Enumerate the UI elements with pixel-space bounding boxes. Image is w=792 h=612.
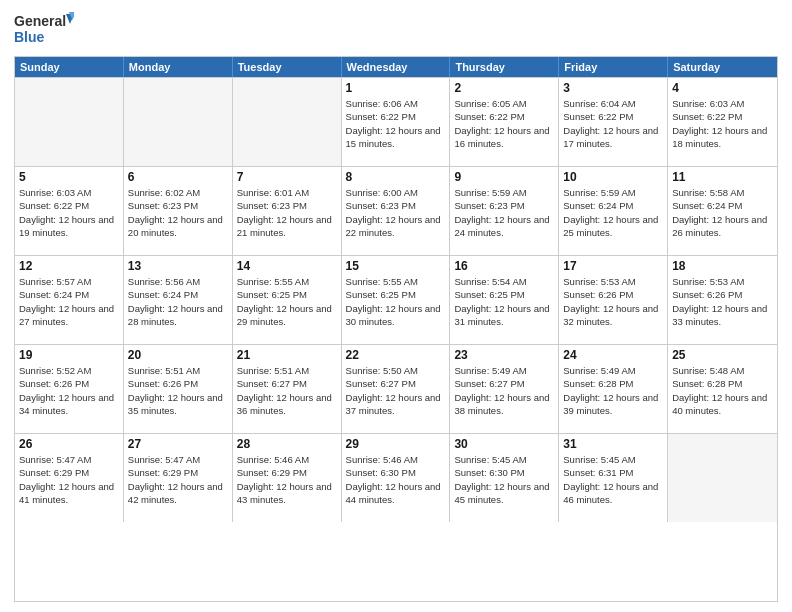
calendar-cell-28: 28Sunrise: 5:46 AM Sunset: 6:29 PM Dayli… — [233, 434, 342, 522]
day-number-3: 3 — [563, 81, 663, 95]
day-info-30: Sunrise: 5:45 AM Sunset: 6:30 PM Dayligh… — [454, 453, 554, 506]
calendar-cell-8: 8Sunrise: 6:00 AM Sunset: 6:23 PM Daylig… — [342, 167, 451, 255]
calendar-week-2: 5Sunrise: 6:03 AM Sunset: 6:22 PM Daylig… — [15, 166, 777, 255]
day-info-5: Sunrise: 6:03 AM Sunset: 6:22 PM Dayligh… — [19, 186, 119, 239]
header-monday: Monday — [124, 57, 233, 77]
header-thursday: Thursday — [450, 57, 559, 77]
day-info-15: Sunrise: 5:55 AM Sunset: 6:25 PM Dayligh… — [346, 275, 446, 328]
day-info-26: Sunrise: 5:47 AM Sunset: 6:29 PM Dayligh… — [19, 453, 119, 506]
day-number-21: 21 — [237, 348, 337, 362]
calendar-cell-30: 30Sunrise: 5:45 AM Sunset: 6:30 PM Dayli… — [450, 434, 559, 522]
day-number-4: 4 — [672, 81, 773, 95]
day-info-8: Sunrise: 6:00 AM Sunset: 6:23 PM Dayligh… — [346, 186, 446, 239]
day-info-1: Sunrise: 6:06 AM Sunset: 6:22 PM Dayligh… — [346, 97, 446, 150]
day-number-18: 18 — [672, 259, 773, 273]
calendar-cell-13: 13Sunrise: 5:56 AM Sunset: 6:24 PM Dayli… — [124, 256, 233, 344]
day-info-12: Sunrise: 5:57 AM Sunset: 6:24 PM Dayligh… — [19, 275, 119, 328]
page: General Blue Sunday Monday Tuesday Wedne… — [0, 0, 792, 612]
calendar-cell-15: 15Sunrise: 5:55 AM Sunset: 6:25 PM Dayli… — [342, 256, 451, 344]
header-wednesday: Wednesday — [342, 57, 451, 77]
calendar-cell-6: 6Sunrise: 6:02 AM Sunset: 6:23 PM Daylig… — [124, 167, 233, 255]
day-info-17: Sunrise: 5:53 AM Sunset: 6:26 PM Dayligh… — [563, 275, 663, 328]
calendar-cell-2: 2Sunrise: 6:05 AM Sunset: 6:22 PM Daylig… — [450, 78, 559, 166]
logo-svg: General Blue — [14, 10, 74, 48]
header: General Blue — [14, 10, 778, 48]
header-saturday: Saturday — [668, 57, 777, 77]
day-number-13: 13 — [128, 259, 228, 273]
day-info-6: Sunrise: 6:02 AM Sunset: 6:23 PM Dayligh… — [128, 186, 228, 239]
calendar-week-4: 19Sunrise: 5:52 AM Sunset: 6:26 PM Dayli… — [15, 344, 777, 433]
day-number-15: 15 — [346, 259, 446, 273]
day-number-9: 9 — [454, 170, 554, 184]
day-number-19: 19 — [19, 348, 119, 362]
day-number-16: 16 — [454, 259, 554, 273]
day-info-7: Sunrise: 6:01 AM Sunset: 6:23 PM Dayligh… — [237, 186, 337, 239]
day-number-2: 2 — [454, 81, 554, 95]
day-number-26: 26 — [19, 437, 119, 451]
calendar-cell-10: 10Sunrise: 5:59 AM Sunset: 6:24 PM Dayli… — [559, 167, 668, 255]
calendar-cell-27: 27Sunrise: 5:47 AM Sunset: 6:29 PM Dayli… — [124, 434, 233, 522]
calendar-cell-5: 5Sunrise: 6:03 AM Sunset: 6:22 PM Daylig… — [15, 167, 124, 255]
day-number-8: 8 — [346, 170, 446, 184]
day-info-31: Sunrise: 5:45 AM Sunset: 6:31 PM Dayligh… — [563, 453, 663, 506]
day-info-18: Sunrise: 5:53 AM Sunset: 6:26 PM Dayligh… — [672, 275, 773, 328]
calendar-cell-20: 20Sunrise: 5:51 AM Sunset: 6:26 PM Dayli… — [124, 345, 233, 433]
calendar-cell-empty-0-1 — [124, 78, 233, 166]
day-info-24: Sunrise: 5:49 AM Sunset: 6:28 PM Dayligh… — [563, 364, 663, 417]
day-number-27: 27 — [128, 437, 228, 451]
svg-text:General: General — [14, 13, 66, 29]
day-number-11: 11 — [672, 170, 773, 184]
day-number-28: 28 — [237, 437, 337, 451]
calendar-cell-empty-0-2 — [233, 78, 342, 166]
calendar-cell-1: 1Sunrise: 6:06 AM Sunset: 6:22 PM Daylig… — [342, 78, 451, 166]
day-info-14: Sunrise: 5:55 AM Sunset: 6:25 PM Dayligh… — [237, 275, 337, 328]
calendar-week-3: 12Sunrise: 5:57 AM Sunset: 6:24 PM Dayli… — [15, 255, 777, 344]
day-number-30: 30 — [454, 437, 554, 451]
calendar-cell-21: 21Sunrise: 5:51 AM Sunset: 6:27 PM Dayli… — [233, 345, 342, 433]
calendar-cell-16: 16Sunrise: 5:54 AM Sunset: 6:25 PM Dayli… — [450, 256, 559, 344]
day-number-20: 20 — [128, 348, 228, 362]
day-info-4: Sunrise: 6:03 AM Sunset: 6:22 PM Dayligh… — [672, 97, 773, 150]
day-info-27: Sunrise: 5:47 AM Sunset: 6:29 PM Dayligh… — [128, 453, 228, 506]
day-info-21: Sunrise: 5:51 AM Sunset: 6:27 PM Dayligh… — [237, 364, 337, 417]
day-number-24: 24 — [563, 348, 663, 362]
day-number-7: 7 — [237, 170, 337, 184]
day-info-2: Sunrise: 6:05 AM Sunset: 6:22 PM Dayligh… — [454, 97, 554, 150]
day-info-20: Sunrise: 5:51 AM Sunset: 6:26 PM Dayligh… — [128, 364, 228, 417]
day-info-25: Sunrise: 5:48 AM Sunset: 6:28 PM Dayligh… — [672, 364, 773, 417]
day-info-23: Sunrise: 5:49 AM Sunset: 6:27 PM Dayligh… — [454, 364, 554, 417]
svg-text:Blue: Blue — [14, 29, 45, 45]
calendar-body: 1Sunrise: 6:06 AM Sunset: 6:22 PM Daylig… — [15, 77, 777, 522]
calendar-week-5: 26Sunrise: 5:47 AM Sunset: 6:29 PM Dayli… — [15, 433, 777, 522]
day-info-22: Sunrise: 5:50 AM Sunset: 6:27 PM Dayligh… — [346, 364, 446, 417]
day-number-14: 14 — [237, 259, 337, 273]
calendar-cell-18: 18Sunrise: 5:53 AM Sunset: 6:26 PM Dayli… — [668, 256, 777, 344]
day-number-5: 5 — [19, 170, 119, 184]
calendar-cell-12: 12Sunrise: 5:57 AM Sunset: 6:24 PM Dayli… — [15, 256, 124, 344]
day-number-12: 12 — [19, 259, 119, 273]
calendar-cell-19: 19Sunrise: 5:52 AM Sunset: 6:26 PM Dayli… — [15, 345, 124, 433]
calendar-cell-7: 7Sunrise: 6:01 AM Sunset: 6:23 PM Daylig… — [233, 167, 342, 255]
day-info-29: Sunrise: 5:46 AM Sunset: 6:30 PM Dayligh… — [346, 453, 446, 506]
calendar-header-row: Sunday Monday Tuesday Wednesday Thursday… — [15, 57, 777, 77]
calendar-cell-22: 22Sunrise: 5:50 AM Sunset: 6:27 PM Dayli… — [342, 345, 451, 433]
day-info-3: Sunrise: 6:04 AM Sunset: 6:22 PM Dayligh… — [563, 97, 663, 150]
logo: General Blue — [14, 10, 74, 48]
day-info-13: Sunrise: 5:56 AM Sunset: 6:24 PM Dayligh… — [128, 275, 228, 328]
calendar-cell-empty-0-0 — [15, 78, 124, 166]
day-number-17: 17 — [563, 259, 663, 273]
day-number-6: 6 — [128, 170, 228, 184]
calendar-cell-17: 17Sunrise: 5:53 AM Sunset: 6:26 PM Dayli… — [559, 256, 668, 344]
calendar-cell-25: 25Sunrise: 5:48 AM Sunset: 6:28 PM Dayli… — [668, 345, 777, 433]
calendar-week-1: 1Sunrise: 6:06 AM Sunset: 6:22 PM Daylig… — [15, 77, 777, 166]
calendar-cell-31: 31Sunrise: 5:45 AM Sunset: 6:31 PM Dayli… — [559, 434, 668, 522]
day-info-16: Sunrise: 5:54 AM Sunset: 6:25 PM Dayligh… — [454, 275, 554, 328]
header-tuesday: Tuesday — [233, 57, 342, 77]
day-info-28: Sunrise: 5:46 AM Sunset: 6:29 PM Dayligh… — [237, 453, 337, 506]
day-number-23: 23 — [454, 348, 554, 362]
day-number-10: 10 — [563, 170, 663, 184]
calendar-cell-3: 3Sunrise: 6:04 AM Sunset: 6:22 PM Daylig… — [559, 78, 668, 166]
header-friday: Friday — [559, 57, 668, 77]
calendar-cell-26: 26Sunrise: 5:47 AM Sunset: 6:29 PM Dayli… — [15, 434, 124, 522]
calendar-cell-9: 9Sunrise: 5:59 AM Sunset: 6:23 PM Daylig… — [450, 167, 559, 255]
